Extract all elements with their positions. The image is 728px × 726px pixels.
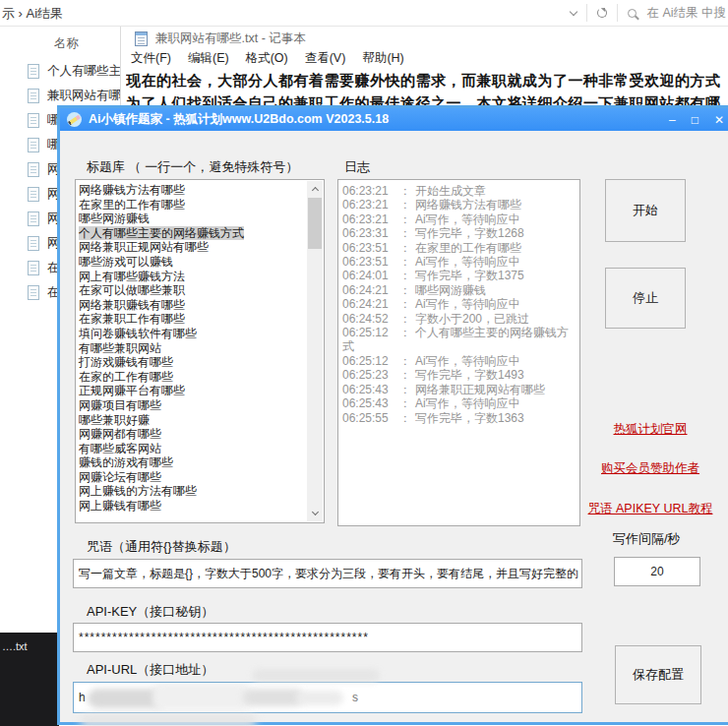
screen: 示 › Ai结果 在 Ai结果 中搜 名称 个人有哪些主要兼职网站有哪些哪些哪些… bbox=[0, 0, 728, 726]
text-file-icon bbox=[28, 162, 39, 177]
scroll-up-button[interactable] bbox=[307, 181, 323, 197]
minimize-button[interactable]: – bbox=[669, 114, 676, 126]
notepad-title: 兼职网站有哪些.txt - 记事本 bbox=[155, 30, 306, 47]
title-item[interactable]: 有哪些兼职网站 bbox=[79, 341, 304, 356]
official-site-link[interactable]: 热狐计划官网 bbox=[614, 422, 688, 436]
api-url-visible-fragment: s bbox=[352, 691, 358, 704]
text-file-icon bbox=[28, 187, 39, 202]
search-icon bbox=[628, 9, 637, 18]
interval-label: 写作间隔/秒 bbox=[613, 530, 681, 548]
text-file-icon bbox=[28, 212, 39, 226]
log-entry: 06:25:43：网络兼职正规网站有哪些 bbox=[342, 383, 576, 396]
search-input[interactable]: 在 Ai结果 中搜 bbox=[646, 5, 726, 22]
link-row: 咒语 APIKEY URL教程 bbox=[552, 499, 728, 517]
notepad-menubar: 文件(F) 编辑(E) 格式(O) 查看(V) 帮助(H) bbox=[131, 50, 404, 67]
dark-panel: ….txt bbox=[0, 633, 59, 726]
title-item[interactable]: 正规网赚平台有哪些 bbox=[79, 384, 304, 398]
chevron-down-icon[interactable] bbox=[570, 7, 577, 15]
title-item[interactable]: 网络赚钱方法有哪些 bbox=[79, 183, 304, 198]
title-item[interactable]: 赚钱的游戏有哪些 bbox=[79, 455, 304, 470]
start-button[interactable]: 开始 bbox=[605, 179, 686, 242]
text-file-icon bbox=[28, 261, 39, 275]
title-item[interactable]: 哪些兼职好赚 bbox=[79, 413, 304, 428]
explorer-toolbar: 示 › Ai结果 在 Ai结果 中搜 bbox=[0, 0, 728, 27]
menu-item-view[interactable]: 查看(V) bbox=[305, 50, 346, 67]
log-entry: 06:24:01：写作完毕，字数1375 bbox=[342, 269, 576, 282]
notepad-icon bbox=[135, 31, 148, 46]
log-list: 06:23:21：开始生成文章06:23:21：网络赚钱方法有哪些06:23:2… bbox=[342, 184, 576, 425]
menu-item-file[interactable]: 文件(F) bbox=[131, 50, 171, 67]
title-item[interactable]: 网络兼职赚钱有哪些 bbox=[79, 298, 304, 313]
column-header-name[interactable]: 名称 bbox=[54, 35, 79, 52]
refresh-icon[interactable] bbox=[597, 8, 607, 18]
text-file-icon bbox=[28, 285, 39, 300]
title-item[interactable]: 网上有哪些赚钱方法 bbox=[79, 270, 304, 284]
title-item[interactable]: 哪些游戏可以赚钱 bbox=[79, 255, 304, 270]
menu-item-help[interactable]: 帮助(H) bbox=[362, 50, 403, 67]
log-entry: 06:23:21：开始生成文章 bbox=[342, 184, 576, 198]
text-file-icon bbox=[28, 113, 39, 128]
scrollbar-thumb[interactable] bbox=[308, 198, 322, 249]
title-item[interactable]: 哪些网游赚钱 bbox=[79, 212, 304, 226]
log-label: 日志 bbox=[344, 158, 370, 176]
title-library-listbox[interactable]: 网络赚钱方法有哪些在家里的工作有哪些哪些网游赚钱个人有哪些主要的网络赚钱方式网络… bbox=[75, 179, 325, 523]
title-item[interactable]: 有哪些威客网站 bbox=[79, 442, 304, 456]
log-panel[interactable]: 06:23:21：开始生成文章06:23:21：网络赚钱方法有哪些06:23:2… bbox=[337, 179, 580, 526]
text-file-icon bbox=[28, 236, 39, 251]
breadcrumb[interactable]: 示 › Ai结果 bbox=[2, 5, 63, 23]
log-entry: 06:24:21：Ai写作，等待响应中 bbox=[342, 297, 576, 311]
log-entry: 06:25:12：Ai写作，等待响应中 bbox=[342, 354, 576, 368]
title-item[interactable]: 网赚论坛有哪些 bbox=[79, 470, 304, 485]
api-url-visible-start: h bbox=[79, 691, 86, 704]
title-item[interactable]: 在家可以做哪些兼职 bbox=[79, 283, 304, 298]
explorer-controls: 在 Ai结果 中搜 bbox=[571, 0, 728, 26]
tutorial-link[interactable]: 咒语 APIKEY URL教程 bbox=[588, 502, 713, 515]
title-item[interactable]: 网赚项目有哪些 bbox=[79, 398, 304, 413]
file-item[interactable]: 个人有哪些主要 bbox=[28, 59, 134, 84]
spell-input[interactable]: 写一篇文章，标题是{}，字数大于500字，要求分为三段，要有开头，要有结尾，并且… bbox=[73, 559, 582, 588]
listbox-scrollbar[interactable] bbox=[307, 181, 323, 521]
menu-item-edit[interactable]: 编辑(E) bbox=[188, 50, 229, 67]
link-row: 热狐计划官网 bbox=[552, 419, 728, 438]
title-item[interactable]: 网络兼职正规网站有哪些 bbox=[79, 240, 304, 255]
notepad-line: 现在的社会，大部分人都有着需要赚外快的需求，而兼职就成为了一种非常受欢迎的方式 bbox=[126, 69, 728, 91]
title-item[interactable]: 在家的工作有哪些 bbox=[79, 370, 304, 385]
title-list: 网络赚钱方法有哪些在家里的工作有哪些哪些网游赚钱个人有哪些主要的网络赚钱方式网络… bbox=[79, 183, 304, 514]
stop-button[interactable]: 停止 bbox=[605, 268, 686, 329]
pencil-icon bbox=[67, 112, 82, 127]
title-item[interactable]: 在家兼职工作有哪些 bbox=[79, 312, 304, 327]
api-key-input[interactable]: ****************************************… bbox=[73, 623, 582, 652]
save-config-button[interactable]: 保存配置 bbox=[615, 645, 701, 704]
log-entry: 06:25:23：写作完毕，字数1493 bbox=[342, 368, 576, 382]
app-titlebar[interactable]: Ai小镇作题家 - 热狐计划www.U2Bdo.com V2023.5.18 –… bbox=[60, 108, 728, 131]
api-url-input[interactable]: h s bbox=[73, 682, 582, 713]
api-key-label: API-KEY（接口秘钥） bbox=[87, 603, 213, 621]
divider bbox=[586, 4, 587, 22]
title-item[interactable]: 网上赚钱有哪些 bbox=[79, 499, 304, 514]
close-button[interactable]: ✕ bbox=[714, 114, 724, 126]
log-entry: 06:24:52：字数小于200，已跳过 bbox=[342, 312, 576, 326]
notepad-titlebar: 兼职网站有哪些.txt - 记事本 bbox=[135, 30, 306, 47]
title-item[interactable]: 填问卷赚钱软件有哪些 bbox=[79, 327, 304, 341]
window-controls: – □ ✕ bbox=[669, 108, 724, 131]
app-window: Ai小镇作题家 - 热狐计划www.U2Bdo.com V2023.5.18 –… bbox=[57, 105, 728, 725]
title-item[interactable]: 个人有哪些主要的网络赚钱方式 bbox=[79, 226, 304, 241]
link-row: 购买会员赞助作者 bbox=[552, 458, 728, 477]
scroll-down-button[interactable] bbox=[307, 506, 323, 521]
buy-membership-link[interactable]: 购买会员赞助作者 bbox=[601, 461, 699, 475]
title-item[interactable]: 打游戏赚钱有哪些 bbox=[79, 355, 304, 370]
text-file-icon bbox=[28, 138, 39, 152]
interval-input[interactable]: 20 bbox=[614, 557, 700, 586]
title-library-label: 标题库 （ 一行一个，避免特殊符号） bbox=[87, 158, 298, 176]
title-item[interactable]: 网赚网都有哪些 bbox=[79, 427, 304, 442]
menu-item-format[interactable]: 格式(O) bbox=[246, 50, 288, 67]
title-item[interactable]: 网上赚钱的方法有哪些 bbox=[79, 484, 304, 499]
log-entry: 06:23:21：网络赚钱方法有哪些 bbox=[342, 198, 576, 212]
log-entry: 06:25:43：Ai写作，等待响应中 bbox=[342, 396, 576, 410]
log-entry: 06:23:31：写作完毕，字数1268 bbox=[342, 226, 576, 240]
redaction-blur bbox=[88, 685, 343, 710]
log-entry: 06:24:21：哪些网游赚钱 bbox=[342, 283, 576, 297]
title-item[interactable]: 在家里的工作有哪些 bbox=[79, 198, 304, 212]
maximize-button[interactable]: □ bbox=[692, 114, 698, 126]
dark-panel-filename: ….txt bbox=[2, 640, 28, 652]
